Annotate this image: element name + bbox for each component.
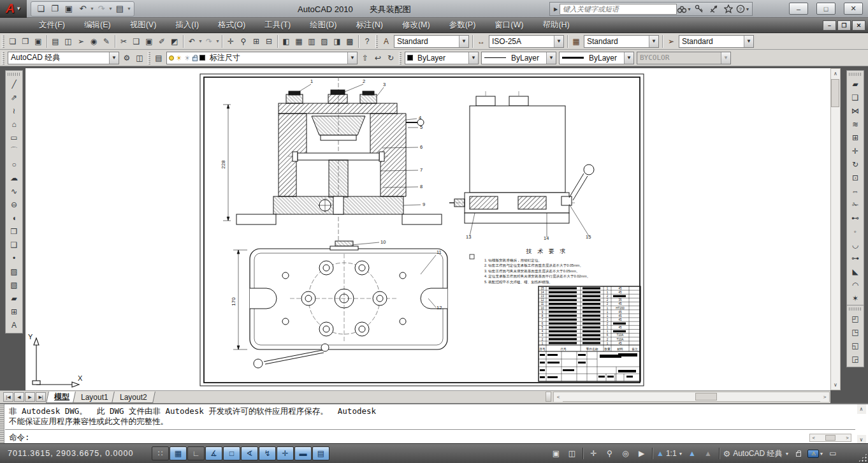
- polygon-button[interactable]: ⌂: [6, 117, 22, 131]
- copy-clip-button[interactable]: ❑: [130, 34, 143, 48]
- scale-button[interactable]: ⊡: [848, 171, 863, 184]
- copy-button[interactable]: ❑: [848, 91, 863, 104]
- toolbar-grip[interactable]: [2, 35, 4, 48]
- command-mini-scrollbar[interactable]: < >: [809, 434, 851, 442]
- annotation-visibility-button[interactable]: ▲: [684, 446, 700, 460]
- menu-11[interactable]: 窗口(W): [485, 18, 533, 33]
- chevron-down-icon[interactable]: ▼: [109, 52, 119, 64]
- chevron-down-icon[interactable]: ▼: [90, 6, 94, 11]
- gradient-button[interactable]: ▧: [6, 278, 22, 291]
- dim-style-combo[interactable]: ISO-25A▼: [489, 35, 564, 48]
- search-button[interactable]: ▼: [677, 3, 691, 15]
- ellipse-button[interactable]: ⊖: [6, 198, 22, 211]
- toolbar-grip[interactable]: [148, 52, 150, 64]
- toolbar-grip[interactable]: [849, 73, 862, 76]
- annotation-autoscale-button[interactable]: ▲: [700, 446, 716, 460]
- new-file-button[interactable]: ❏: [34, 3, 48, 15]
- dyn-toggle[interactable]: ✛: [277, 446, 294, 460]
- grid-toggle[interactable]: ▦: [170, 446, 187, 460]
- command-window-grip[interactable]: [0, 404, 4, 445]
- polyline-button[interactable]: ≀: [6, 104, 22, 117]
- ellipse-arc-button[interactable]: ◖: [6, 211, 22, 224]
- multileader-style-combo[interactable]: Standard▼: [679, 35, 754, 48]
- tab-layout2[interactable]: Layout2: [112, 392, 156, 403]
- model-space-canvas[interactable]: 228 170 Y X 技 术 要 求1. 钻模板安装准确后，用销钉定位。2. …: [25, 68, 830, 390]
- open-file-button[interactable]: ❐: [19, 34, 32, 48]
- toolbar-grip[interactable]: [849, 307, 862, 311]
- workspace-settings-button[interactable]: ⚙: [120, 51, 133, 65]
- layer-properties-manager-button[interactable]: ▤: [152, 51, 165, 65]
- quick-properties-toggle[interactable]: ▤: [312, 446, 329, 460]
- arc-button[interactable]: ⌒: [6, 144, 22, 158]
- chevron-down-icon[interactable]: ▼: [347, 52, 357, 64]
- tab-nav-2[interactable]: ◀: [14, 392, 24, 402]
- mdi-restore-button[interactable]: ❐: [837, 20, 851, 31]
- chevron-down-icon[interactable]: ▼: [546, 52, 556, 64]
- lwt-toggle[interactable]: ▬: [294, 446, 312, 460]
- zoom-previous-button[interactable]: ⊟: [263, 34, 275, 48]
- help-button[interactable]: ?: [361, 34, 373, 48]
- 3d-dwf-button[interactable]: ◉: [87, 34, 100, 48]
- canvas-horizontal-scrollbar[interactable]: < >: [553, 392, 830, 402]
- save-button[interactable]: ▣: [32, 34, 45, 48]
- erase-button[interactable]: ▰: [848, 77, 863, 91]
- clean-screen-button[interactable]: ▭: [825, 446, 841, 460]
- quickcalc-button[interactable]: ▩: [344, 34, 356, 48]
- minimize-button[interactable]: –: [789, 3, 808, 15]
- pan-realtime-button[interactable]: ✛: [224, 34, 237, 48]
- menu-12[interactable]: 帮助(H): [533, 18, 579, 33]
- layer-freeze-icon[interactable]: ☀: [176, 55, 182, 61]
- vscroll-thumb[interactable]: [831, 79, 839, 107]
- send-to-back-button[interactable]: ◳: [848, 325, 863, 339]
- circle-button[interactable]: ○: [6, 158, 22, 171]
- toolbar-grip[interactable]: [8, 73, 20, 76]
- markup-button[interactable]: ✎: [100, 34, 113, 48]
- search-input[interactable]: [560, 4, 677, 15]
- markup-set-manager-button[interactable]: ◨: [331, 34, 344, 48]
- menu-7[interactable]: 绘图(D): [300, 18, 346, 33]
- color-combo[interactable]: ByLayer ▼: [405, 52, 479, 64]
- open-file-button[interactable]: ❐: [48, 3, 62, 15]
- designcenter-button[interactable]: ▦: [293, 34, 305, 48]
- tab-nav-1[interactable]: |◀: [3, 392, 13, 402]
- layout-button[interactable]: ◫: [564, 446, 580, 460]
- infocenter-expand-button[interactable]: ▶: [552, 6, 560, 12]
- table-style-icon[interactable]: ▦: [570, 34, 582, 48]
- array-button[interactable]: ⊞: [848, 131, 863, 144]
- property-painter-button[interactable]: ◩: [168, 34, 181, 48]
- point-button[interactable]: •: [6, 251, 22, 265]
- plot-button[interactable]: ▤: [49, 34, 62, 48]
- new-file-button[interactable]: ❏: [6, 34, 19, 48]
- communication-center-button[interactable]: [706, 3, 721, 15]
- insert-block-button[interactable]: ❒: [6, 224, 22, 238]
- chevron-down-icon[interactable]: ▼: [649, 36, 658, 47]
- maximize-button[interactable]: □: [816, 3, 835, 15]
- paste-clip-button[interactable]: ▣: [143, 34, 156, 48]
- trim-button[interactable]: ✁: [848, 198, 863, 211]
- menu-8[interactable]: 标注(N): [347, 18, 393, 33]
- line-button[interactable]: ╱: [6, 77, 22, 91]
- undo-button[interactable]: ↶: [185, 34, 198, 48]
- scroll-left-icon[interactable]: <: [810, 434, 817, 441]
- layer-previous-button[interactable]: ↩: [372, 51, 384, 65]
- performance-tuner-button[interactable]: ⚠ ▼: [806, 446, 825, 460]
- toolbar-grip[interactable]: [375, 35, 378, 48]
- chevron-down-icon[interactable]: ▼: [624, 52, 633, 64]
- scroll-right-icon[interactable]: >: [844, 434, 851, 441]
- chamfer-button[interactable]: ◣: [848, 265, 863, 278]
- menu-1[interactable]: 文件(F): [29, 18, 75, 33]
- mini-thumb[interactable]: [825, 435, 835, 441]
- multiline-text-button[interactable]: A: [6, 318, 22, 332]
- chevron-down-icon[interactable]: ▼: [744, 36, 753, 47]
- ortho-toggle[interactable]: ∟: [187, 446, 205, 460]
- stretch-button[interactable]: ⇔: [848, 184, 863, 198]
- chevron-down-icon[interactable]: ▼: [468, 52, 478, 64]
- redo-button[interactable]: ↷: [203, 34, 215, 48]
- resize-grip[interactable]: [858, 453, 867, 462]
- multileader-style-icon[interactable]: ➢: [665, 34, 677, 48]
- scroll-up-icon[interactable]: ∧: [831, 69, 840, 78]
- scroll-down-icon[interactable]: ∨: [831, 380, 840, 390]
- help-button[interactable]: ?▼: [735, 3, 750, 15]
- move-button[interactable]: ✛: [848, 144, 863, 158]
- redo-button[interactable]: ↷: [94, 3, 108, 15]
